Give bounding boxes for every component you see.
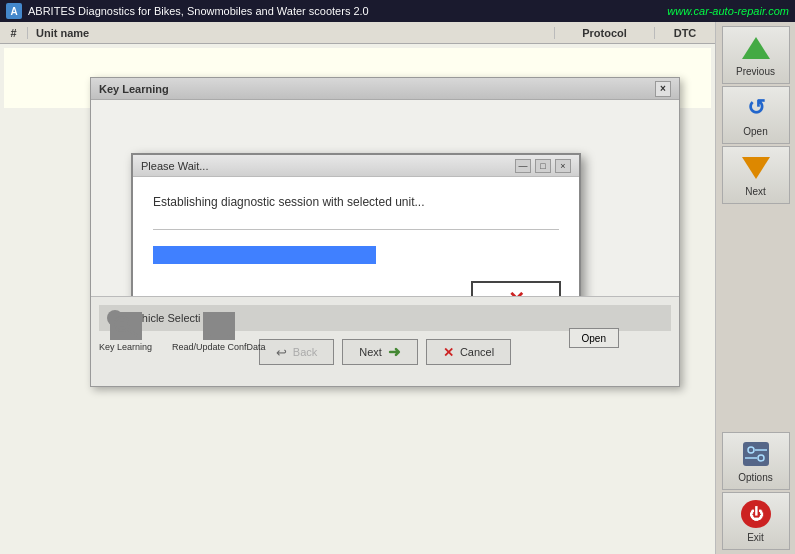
svg-line-1 — [127, 329, 138, 336]
exit-icon: ⏻ — [740, 500, 772, 528]
svg-point-2 — [119, 321, 125, 327]
col-unit-name: Unit name — [28, 27, 555, 39]
next-arrow-icon — [740, 154, 772, 182]
options-sidebar-button[interactable]: Options — [722, 432, 790, 490]
key-learning-icon-item[interactable]: Key Learning — [99, 312, 152, 352]
key-learning-title: Key Learning — [99, 83, 169, 95]
pw-restore-button[interactable]: □ — [535, 159, 551, 173]
open-rotate-icon: ↺ — [740, 94, 772, 122]
cancel-icon: ✕ — [443, 345, 454, 360]
pw-separator — [153, 229, 559, 230]
progress-bar — [153, 246, 376, 264]
open-small-button[interactable]: Open — [569, 328, 619, 348]
app-title: ABRITES Diagnostics for Bikes, Snowmobil… — [28, 5, 667, 17]
back-label: Back — [293, 346, 317, 358]
key-learning-dialog: Key Learning × Please Wait... — □ × Esta… — [90, 77, 680, 387]
next-button[interactable]: Next ➜ — [342, 339, 418, 365]
pw-message: Establishing diagnostic session with sel… — [153, 195, 559, 209]
col-protocol: Protocol — [555, 27, 655, 39]
pw-close-button[interactable]: × — [555, 159, 571, 173]
exit-sidebar-label: Exit — [747, 532, 764, 543]
watermark-text: www.car-auto-repair.com — [667, 5, 789, 17]
previous-sidebar-button[interactable]: Previous — [722, 26, 790, 84]
previous-sidebar-label: Previous — [736, 66, 775, 77]
next-label: Next — [359, 346, 382, 358]
title-bar: A ABRITES Diagnostics for Bikes, Snowmob… — [0, 0, 795, 22]
cancel-label: Cancel — [460, 346, 494, 358]
next-sidebar-label: Next — [745, 186, 766, 197]
exit-sidebar-button[interactable]: ⏻ Exit — [722, 492, 790, 550]
table-header: # Unit name Protocol DTC — [0, 22, 715, 44]
pw-title-controls: — □ × — [515, 159, 571, 173]
open-sidebar-button[interactable]: ↺ Open — [722, 86, 790, 144]
open-sidebar-label: Open — [743, 126, 767, 137]
read-update-icon — [203, 312, 235, 340]
key-learning-titlebar: Key Learning × — [91, 78, 679, 100]
right-sidebar: Previous ↺ Open Next — [715, 22, 795, 554]
options-icon — [740, 440, 772, 468]
workspace: # Unit name Protocol DTC Key Learning × … — [0, 22, 715, 554]
back-arrow-icon: ↩ — [276, 345, 287, 360]
main-area: # Unit name Protocol DTC Key Learning × … — [0, 22, 795, 554]
read-update-icon-label: Read/Update ConfData — [172, 342, 266, 352]
key-learning-icon-label: Key Learning — [99, 342, 152, 352]
back-button[interactable]: ↩ Back — [259, 339, 334, 365]
col-hash: # — [0, 27, 28, 39]
previous-arrow-icon — [740, 34, 772, 62]
col-dtc: DTC — [655, 27, 715, 39]
key-learning-close-button[interactable]: × — [655, 81, 671, 97]
please-wait-title: Please Wait... — [141, 160, 208, 172]
kl-icons-row: Key Learning Read/Update ConfData — [99, 312, 266, 352]
pw-minimize-button[interactable]: — — [515, 159, 531, 173]
options-sidebar-label: Options — [738, 472, 772, 483]
key-learning-icon — [110, 312, 142, 340]
cancel-button[interactable]: ✕ Cancel — [426, 339, 511, 365]
read-update-icon-item[interactable]: Read/Update ConfData — [172, 312, 266, 352]
app-logo: A — [6, 3, 22, 19]
next-sidebar-button[interactable]: Next — [722, 146, 790, 204]
kl-bottom-section: Vehicle Selecti Key Learning Read — [91, 296, 679, 386]
please-wait-titlebar: Please Wait... — □ × — [133, 155, 579, 177]
next-arrow-icon: ➜ — [388, 343, 401, 361]
svg-rect-7 — [743, 442, 769, 466]
